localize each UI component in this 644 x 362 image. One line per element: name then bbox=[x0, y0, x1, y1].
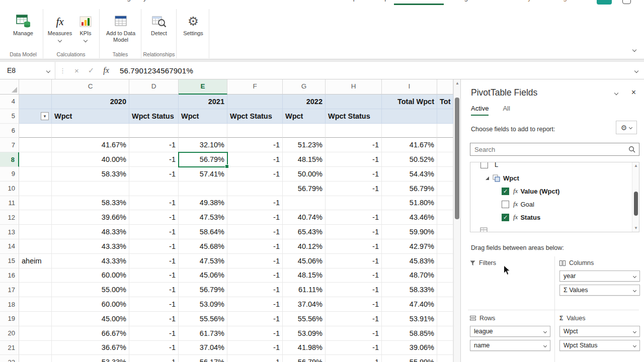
cell-B9[interactable] bbox=[19, 167, 52, 182]
cell-I15[interactable]: 45.83% bbox=[382, 254, 437, 268]
cell-E20[interactable]: 61.73% bbox=[179, 326, 227, 341]
cell-F4[interactable] bbox=[227, 95, 283, 109]
cell-I5[interactable] bbox=[382, 109, 437, 124]
row-header-7[interactable]: 7 bbox=[0, 138, 19, 152]
insert-function-icon[interactable]: fx bbox=[103, 66, 109, 75]
cell-F9[interactable]: -1 bbox=[227, 167, 283, 182]
row-header-9[interactable]: 9 bbox=[0, 167, 19, 182]
enter-icon[interactable]: ✓ bbox=[88, 66, 95, 75]
ribbon-tab-automate[interactable]: Automate bbox=[287, 0, 327, 5]
kpis-button[interactable]: KPIs bbox=[74, 7, 97, 49]
select-all-corner[interactable] bbox=[0, 79, 19, 95]
cell-C8[interactable]: 40.00% bbox=[52, 152, 129, 167]
cell-H20[interactable]: -1 bbox=[326, 326, 382, 341]
checkbox-unchecked[interactable] bbox=[502, 201, 509, 208]
tab-all[interactable]: All bbox=[503, 105, 510, 116]
cell-D14[interactable]: -1 bbox=[129, 239, 179, 254]
cell-G22[interactable]: 56.79% bbox=[283, 355, 326, 362]
cell-H8[interactable]: -1 bbox=[326, 152, 382, 167]
cell-J4[interactable]: Tot bbox=[437, 95, 453, 109]
row-header-17[interactable]: 17 bbox=[0, 283, 19, 297]
cell-D16[interactable]: -1 bbox=[129, 268, 179, 283]
cell-E17[interactable]: 56.79% bbox=[179, 283, 227, 297]
cell-G16[interactable]: 48.15% bbox=[283, 268, 326, 283]
cell-E16[interactable]: 45.06% bbox=[179, 268, 227, 283]
cell-B7[interactable] bbox=[19, 138, 52, 152]
ribbon-tab-draw[interactable]: Draw bbox=[86, 0, 113, 5]
cell-E22[interactable]: 56.17% bbox=[179, 355, 227, 362]
cell-J11[interactable] bbox=[437, 196, 453, 211]
cell-F8[interactable]: -1 bbox=[227, 152, 283, 167]
cell-J18[interactable] bbox=[437, 297, 453, 312]
cell-I12[interactable]: 43.46% bbox=[382, 210, 437, 225]
cell-I10[interactable]: 56.79% bbox=[382, 182, 437, 196]
cell-H10[interactable]: -1 bbox=[326, 182, 382, 196]
cell-C7[interactable]: 41.67% bbox=[52, 138, 129, 152]
cell-D8[interactable]: -1 bbox=[129, 152, 179, 167]
cell-J7[interactable] bbox=[437, 138, 453, 152]
row-header-10[interactable]: 10 bbox=[0, 182, 19, 196]
area-rows-zone[interactable]: leaguename bbox=[470, 326, 550, 361]
row-header-8[interactable]: 8 bbox=[0, 152, 19, 167]
field-pill[interactable]: Wpct Status bbox=[559, 340, 640, 351]
cell-D7[interactable]: -1 bbox=[129, 138, 179, 152]
name-box[interactable]: E8 bbox=[0, 62, 55, 79]
cell-F19[interactable]: -1 bbox=[227, 312, 283, 326]
cell-B12[interactable] bbox=[19, 210, 52, 225]
cell-G13[interactable]: 65.43% bbox=[283, 225, 326, 239]
cell-H15[interactable]: -1 bbox=[326, 254, 382, 268]
search-icon[interactable] bbox=[628, 146, 635, 153]
drag-handle-icon[interactable]: ⋮ bbox=[59, 67, 66, 74]
cell-E21[interactable]: 37.04% bbox=[179, 341, 227, 355]
cell-F12[interactable]: -1 bbox=[227, 210, 283, 225]
cell-D9[interactable]: -1 bbox=[129, 167, 179, 182]
cell-J17[interactable] bbox=[437, 283, 453, 297]
tab-active[interactable]: Active bbox=[471, 105, 489, 116]
cell-G17[interactable]: 61.11% bbox=[283, 283, 326, 297]
cell-B15[interactable]: aheim bbox=[19, 254, 52, 268]
row-header-5[interactable]: 5 bbox=[0, 109, 19, 124]
row-header-19[interactable]: 19 bbox=[0, 312, 19, 326]
cell-J9[interactable] bbox=[437, 167, 453, 182]
cell-C22[interactable]: 53.33% bbox=[52, 355, 129, 362]
manage-button[interactable]: Manage bbox=[8, 7, 38, 49]
cell-G15[interactable]: 45.06% bbox=[283, 254, 326, 268]
cell-I18[interactable]: 47.40% bbox=[382, 297, 437, 312]
field-pill[interactable]: league bbox=[470, 326, 550, 337]
cell-G14[interactable]: 40.12% bbox=[283, 239, 326, 254]
cell-D20[interactable]: -1 bbox=[129, 326, 179, 341]
field-item-value-wpct[interactable]: ✓ fx Value (Wpct) bbox=[470, 185, 630, 198]
cell-H18[interactable]: -1 bbox=[326, 297, 382, 312]
cell-F13[interactable]: -1 bbox=[227, 225, 283, 239]
cell-F7[interactable]: -1 bbox=[227, 138, 283, 152]
cell-B5[interactable]: ▾ bbox=[19, 109, 52, 124]
cell-F21[interactable]: -1 bbox=[227, 341, 283, 355]
field-item-partial-bottom[interactable] bbox=[470, 225, 630, 232]
cell-H4[interactable] bbox=[326, 95, 382, 109]
cell-B6[interactable] bbox=[19, 124, 52, 138]
field-item-partial-top[interactable]: L bbox=[470, 162, 630, 171]
cell-C21[interactable]: 36.67% bbox=[52, 341, 129, 355]
cell-D5[interactable]: Wpct Status bbox=[129, 109, 179, 124]
cell-B14[interactable] bbox=[19, 239, 52, 254]
row-header-6[interactable]: 6 bbox=[0, 124, 19, 138]
search-input[interactable] bbox=[470, 146, 628, 153]
row-header-13[interactable]: 13 bbox=[0, 225, 19, 239]
area-columns-zone[interactable]: yearΣ Values bbox=[559, 270, 640, 306]
row-header-4[interactable]: 4 bbox=[0, 95, 19, 109]
cell-H9[interactable]: -1 bbox=[326, 167, 382, 182]
column-header-E[interactable]: E bbox=[179, 79, 227, 95]
cell-I6[interactable] bbox=[382, 124, 437, 138]
cell-C14[interactable]: 43.33% bbox=[52, 239, 129, 254]
cell-C18[interactable]: 60.00% bbox=[52, 297, 129, 312]
cell-C19[interactable]: 45.00% bbox=[52, 312, 129, 326]
cell-H22[interactable]: -1 bbox=[326, 355, 382, 362]
cell-H19[interactable]: -1 bbox=[326, 312, 382, 326]
cell-C17[interactable]: 55.00% bbox=[52, 283, 129, 297]
ribbon-tab-developer[interactable]: Developer bbox=[327, 0, 368, 5]
ribbon-tab-view[interactable]: View bbox=[261, 0, 287, 5]
cell-I19[interactable]: 53.91% bbox=[382, 312, 437, 326]
ribbon-tab-pivottable-analyze[interactable]: PivotTable Analyze bbox=[477, 0, 544, 5]
cell-E6[interactable] bbox=[179, 124, 227, 138]
cancel-icon[interactable]: × bbox=[74, 66, 79, 75]
